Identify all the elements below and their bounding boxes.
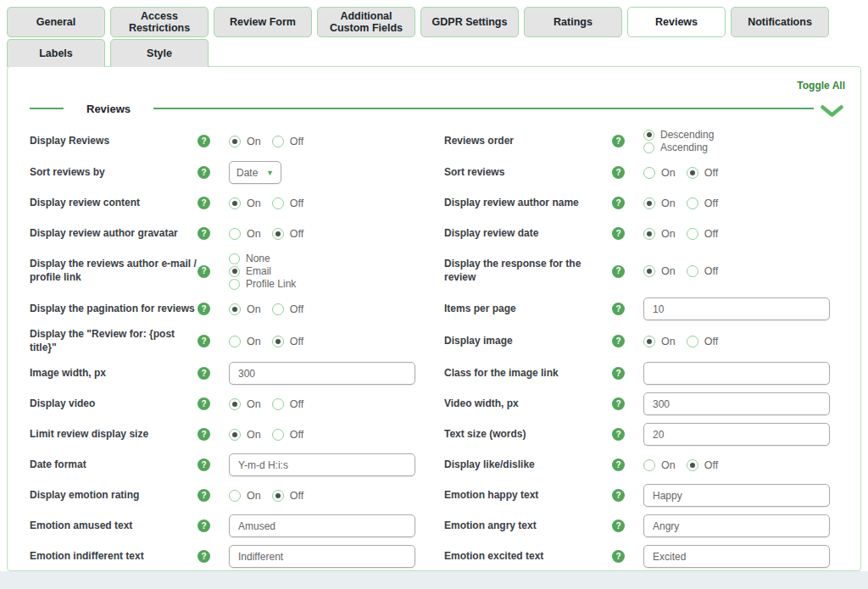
help-icon[interactable]: ? (612, 335, 625, 347)
radio-option-off[interactable]: Off (687, 197, 718, 209)
radio-option-on[interactable]: On (643, 336, 676, 347)
tab-general[interactable]: General (7, 7, 105, 37)
help-icon[interactable]: ? (198, 367, 210, 380)
radio-button[interactable] (643, 265, 655, 277)
radio-option-off[interactable]: Off (687, 336, 718, 347)
help-icon[interactable]: ? (198, 489, 210, 502)
radio-option-none[interactable]: None (229, 253, 296, 264)
help-icon[interactable]: ? (198, 303, 210, 315)
help-icon[interactable]: ? (612, 428, 625, 441)
radio-button[interactable] (643, 197, 655, 209)
radio-button[interactable] (229, 266, 240, 277)
radio-option-on[interactable]: On (229, 336, 261, 347)
help-icon[interactable]: ? (198, 550, 210, 563)
radio-button[interactable] (687, 336, 698, 347)
radio-button[interactable] (229, 279, 240, 290)
emotion-happy-text-input[interactable] (643, 484, 830, 507)
emotion-amused-text-input[interactable] (229, 514, 415, 537)
radio-option-off[interactable]: Off (272, 228, 303, 240)
radio-option-off[interactable]: Off (687, 459, 718, 471)
radio-button[interactable] (643, 142, 654, 153)
tab-notifications[interactable]: Notifications (731, 7, 829, 37)
radio-button[interactable] (643, 228, 655, 240)
radio-option-off[interactable]: Off (272, 490, 303, 502)
help-icon[interactable]: ? (198, 428, 210, 441)
items-per-page-input[interactable] (643, 297, 830, 320)
radio-button[interactable] (229, 336, 241, 347)
help-icon[interactable]: ? (198, 397, 210, 410)
radio-option-email[interactable]: Email (229, 265, 296, 277)
radio-option-off[interactable]: Off (272, 336, 303, 347)
radio-option-descending[interactable]: Descending (643, 129, 714, 141)
class-for-the-image-link-input[interactable] (643, 362, 830, 385)
radio-option-off[interactable]: Off (687, 228, 718, 240)
text-size-words-input[interactable] (643, 423, 830, 446)
radio-button[interactable] (687, 228, 698, 240)
radio-option-on[interactable]: On (229, 228, 261, 240)
help-icon[interactable]: ? (612, 227, 625, 240)
radio-button[interactable] (272, 136, 284, 147)
help-icon[interactable]: ? (612, 166, 625, 179)
radio-button[interactable] (229, 429, 241, 441)
sort-reviews-by-select[interactable]: Date▼ (229, 161, 281, 184)
radio-option-off[interactable]: Off (687, 167, 718, 179)
tab-ratings[interactable]: Ratings (524, 7, 622, 37)
help-icon[interactable]: ? (612, 550, 625, 563)
radio-button[interactable] (272, 197, 284, 209)
emotion-excited-text-input[interactable] (643, 545, 830, 568)
radio-button[interactable] (229, 197, 241, 209)
radio-option-ascending[interactable]: Ascending (643, 142, 714, 153)
radio-button[interactable] (272, 429, 284, 441)
radio-button[interactable] (272, 398, 284, 410)
help-icon[interactable]: ? (198, 458, 210, 471)
radio-option-on[interactable]: On (229, 490, 261, 502)
radio-option-on[interactable]: On (229, 303, 261, 315)
radio-option-profile-link[interactable]: Profile Link (229, 278, 296, 290)
radio-button[interactable] (687, 167, 698, 179)
radio-button[interactable] (687, 459, 698, 471)
radio-button[interactable] (229, 303, 241, 315)
radio-option-on[interactable]: On (229, 197, 261, 209)
help-icon[interactable]: ? (612, 520, 625, 532)
tab-reviews[interactable]: Reviews (627, 7, 726, 37)
radio-button[interactable] (643, 459, 655, 471)
emotion-angry-text-input[interactable] (643, 514, 830, 537)
help-icon[interactable]: ? (612, 397, 625, 410)
tab-style[interactable]: Style (110, 39, 209, 67)
help-icon[interactable]: ? (612, 135, 625, 147)
radio-option-on[interactable]: On (643, 228, 676, 240)
radio-option-on[interactable]: On (643, 167, 676, 179)
image-width-px-input[interactable] (229, 362, 415, 385)
tab-access-restrictions[interactable]: Access Restrictions (110, 7, 209, 37)
radio-button[interactable] (229, 136, 241, 147)
tab-labels[interactable]: Labels (7, 39, 105, 67)
video-width-px-input[interactable] (643, 392, 830, 415)
help-icon[interactable]: ? (612, 265, 625, 278)
radio-button[interactable] (229, 398, 241, 410)
radio-button[interactable] (229, 253, 240, 264)
radio-option-on[interactable]: On (229, 398, 261, 410)
help-icon[interactable]: ? (198, 520, 210, 532)
radio-option-off[interactable]: Off (272, 303, 303, 315)
tab-review-form[interactable]: Review Form (214, 7, 312, 37)
radio-option-off[interactable]: Off (272, 398, 303, 410)
help-icon[interactable]: ? (612, 303, 625, 315)
help-icon[interactable]: ? (198, 265, 210, 278)
radio-button[interactable] (643, 167, 655, 179)
radio-option-on[interactable]: On (229, 429, 261, 441)
radio-option-on[interactable]: On (643, 265, 676, 277)
collapse-chevron-icon[interactable] (821, 105, 843, 120)
radio-button[interactable] (687, 265, 698, 277)
help-icon[interactable]: ? (198, 227, 210, 240)
radio-button[interactable] (643, 130, 654, 141)
radio-button[interactable] (643, 336, 655, 347)
tab-gdpr-settings[interactable]: GDPR Settings (420, 7, 519, 37)
radio-button[interactable] (272, 303, 284, 315)
radio-option-on[interactable]: On (229, 136, 261, 147)
radio-option-on[interactable]: On (643, 197, 676, 209)
radio-button[interactable] (687, 197, 698, 209)
radio-button[interactable] (229, 490, 241, 502)
help-icon[interactable]: ? (612, 458, 625, 471)
radio-option-off[interactable]: Off (272, 429, 303, 441)
radio-button[interactable] (229, 228, 241, 240)
